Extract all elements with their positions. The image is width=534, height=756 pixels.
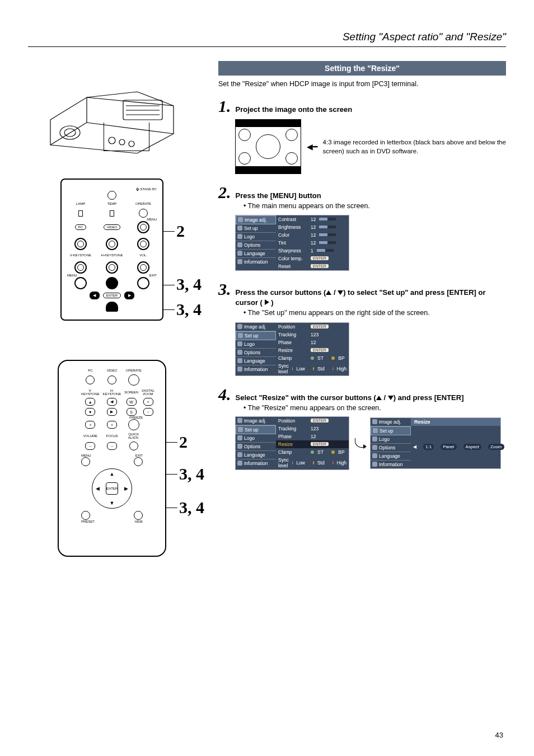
remote-callout-3-4b: 3, 4 [179,498,204,517]
intro-text: Set the "Resize" when HDCP image is inpu… [218,80,506,88]
remote-operate-button[interactable] [128,374,139,386]
panel-second-hkey-button[interactable] [106,261,118,274]
callout-2: 2 [176,222,185,241]
section-title-bar: Setting the "Resize" [218,61,506,76]
video-button[interactable]: VIDEO [104,224,121,230]
up-arrow-icon [326,290,331,295]
enter-button[interactable]: ENTER [103,293,121,298]
projector-drawing [39,67,185,162]
down-arrow-icon [388,396,394,400]
osd-setup-menu: Image adj. Set up Logo Options Language … [235,322,349,376]
remote-vkey-dn[interactable]: ▼ [85,408,95,416]
step-number-4: 4. [218,386,231,403]
step-number-2: 2. [218,184,231,201]
hkeystone-button[interactable] [106,238,118,250]
menu-button[interactable] [137,221,149,233]
step-4-bullet: • The "Resize" menu appears on the scree… [243,404,506,412]
temp-led [110,210,114,217]
osd-resize-menu: Image adj. Set up Logo Options Language … [370,417,501,469]
remote-vol-up[interactable]: + [85,421,95,429]
remote-focus-up[interactable]: + [107,421,117,429]
callout-3-4b: 3, 4 [176,300,202,319]
step-3: 3. Press the cursor buttons ( / ) to sel… [218,281,506,376]
osd-main-menu: Image adj. Set up Logo Options Language … [235,215,349,271]
hardware-illustrations: ⏻ STAND BY LAMP TEMP OPERATE MENU PC VID… [28,61,196,557]
standby-button[interactable] [107,191,116,200]
step-title-4: Select "Resize" with the cursor buttons … [236,393,464,403]
remote-pc-button[interactable] [86,375,95,384]
panel-second-menu-button[interactable] [74,261,87,274]
page-header: Setting "Aspect ratio" and "Resize" [28,31,506,47]
projector-control-panel: ⏻ STAND BY LAMP TEMP OPERATE MENU PC VID… [60,179,163,321]
remote-dpad[interactable]: ▲▼ ◀▶ ENTER [92,468,132,509]
cursor-right-button[interactable]: ▶ [124,292,134,299]
cursor-up-button[interactable] [106,277,118,289]
cursor-down-button[interactable] [106,302,118,312]
remote-quickalign-button[interactable] [129,442,138,450]
callout-3-4a: 3, 4 [176,275,202,294]
letterbox-caption: 4:3 image recorded in letterbox (black b… [323,138,506,156]
right-arrow-icon [265,299,269,305]
pc-button[interactable]: PC [75,224,86,230]
step-title-1: Project the image onto the screen [236,105,353,115]
remote-focus-dn[interactable]: − [107,442,117,450]
down-arrow-icon [338,290,343,295]
remote-screen-w[interactable]: W [127,398,137,406]
remote-zoom-in[interactable]: + [143,398,153,406]
vol-button[interactable] [137,238,149,250]
remote-hkey-dn[interactable]: ▶ [107,408,117,416]
cursor-left-button[interactable]: ◀ [90,292,100,299]
letterbox-diagram [235,119,301,174]
step-1: 1. Project the image onto the screen [218,98,506,174]
remote-control: PC VIDEO OPERATE V-KEYSTONE H-KEYSTONE S… [58,360,166,557]
step-number-3: 3. [218,281,231,298]
remote-menu-button[interactable] [81,457,90,466]
remote-freeze-button[interactable] [128,419,139,430]
remote-callout-2: 2 [179,433,188,452]
remote-enter-button[interactable]: ENTER [106,482,118,495]
step-title-3: Press the cursor buttons ( / ) to select… [236,288,507,308]
remote-vkey-up[interactable]: ▲ [85,398,95,406]
remote-hide-button[interactable] [134,511,143,520]
osd-setup-resize-sel: Image adj. Set up Logo Options Language … [235,416,349,470]
remote-zoom-out[interactable]: − [143,408,153,416]
step-4: 4. Select "Resize" with the cursor butto… [218,386,506,470]
remote-callout-3-4a: 3, 4 [179,464,204,483]
exit-button[interactable] [137,277,149,289]
operate-button[interactable] [139,209,148,218]
page-number: 43 [495,731,503,739]
remote-vol-dn[interactable]: − [85,442,95,450]
transition-arrow-icon [355,438,364,448]
up-arrow-icon [376,396,382,400]
step-number-1: 1. [218,98,231,115]
step-3-bullet: • The "Set up" menu appears on the right… [243,309,506,317]
step-title-2: Press the [MENU] button [236,191,321,201]
vkeystone-button[interactable] [74,238,87,250]
remote-exit-button[interactable] [134,457,143,466]
remote-preset-button[interactable] [81,511,90,520]
remote-video-button[interactable] [107,375,116,384]
pointer-arrow-icon: ◀━ [307,142,317,151]
panel-menu-button-2[interactable] [74,277,87,289]
remote-hkey-up[interactable]: ◀ [107,398,117,406]
step-2: 2. Press the [MENU] button • The main me… [218,184,506,271]
lamp-led [78,210,83,217]
panel-second-vol-button[interactable] [137,261,149,274]
step-2-bullet: • The main menu appears on the screen. [243,202,506,210]
remote-screen-s[interactable]: S [127,408,137,416]
